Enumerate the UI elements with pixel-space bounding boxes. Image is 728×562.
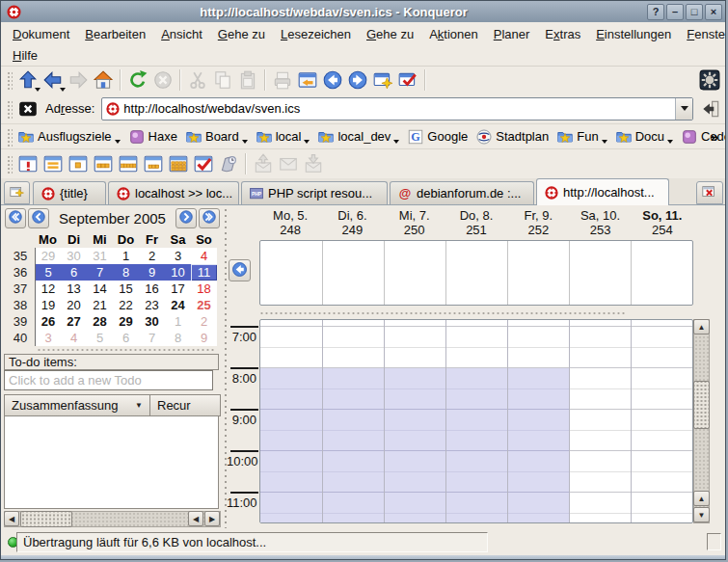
work-week-view-button[interactable] (92, 152, 115, 175)
close-button[interactable]: × (705, 4, 722, 20)
tab-http-localhost[interactable]: http://localhost... (536, 178, 669, 205)
scroll-up-button[interactable]: ▲ (693, 319, 710, 335)
event-list-view-button[interactable] (41, 152, 65, 175)
agenda-cell[interactable] (385, 348, 445, 369)
menu-gehe-zu[interactable]: Gehe zu (210, 25, 273, 43)
next-x-days-view-button[interactable] (142, 152, 165, 175)
date-cell[interactable]: 25 (191, 297, 217, 313)
menu-fenster[interactable]: Fenster (679, 25, 726, 43)
date-cell[interactable]: 26 (35, 313, 61, 330)
week-view-button[interactable] (117, 152, 140, 175)
bookmark-local-dev[interactable]: local_dev (315, 127, 401, 147)
agenda-cell[interactable] (632, 348, 692, 369)
date-cell[interactable]: 15 (113, 281, 139, 297)
agenda-cell[interactable] (323, 389, 384, 411)
tab-localhost-loc[interactable]: localhost >> loc... (108, 181, 239, 204)
all-day-cell[interactable] (260, 241, 322, 305)
agenda-cell[interactable] (508, 320, 569, 327)
agenda-cell[interactable] (385, 493, 445, 514)
month-view-button[interactable] (167, 152, 190, 175)
menu-bearbeiten[interactable]: Bearbeiten (77, 25, 153, 43)
date-cell[interactable]: 30 (61, 248, 87, 264)
bookmark-local[interactable]: local (254, 127, 312, 147)
agenda-cell[interactable] (323, 327, 384, 348)
agenda-cell[interactable] (446, 320, 507, 327)
address-input[interactable] (121, 101, 675, 116)
date-cell[interactable]: 12 (35, 281, 61, 297)
date-cell[interactable]: 1 (165, 313, 191, 330)
address-field[interactable] (101, 97, 693, 120)
agenda-cell[interactable] (323, 472, 384, 494)
menu-lesezeichen[interactable]: Lesezeichen (273, 25, 359, 43)
find-file-button[interactable] (296, 68, 319, 92)
titlebar[interactable]: http://localhost/webdav/sven.ics - Konqu… (1, 1, 725, 22)
day-header[interactable]: Di, 6.249 (321, 207, 383, 238)
agenda-cell[interactable] (570, 451, 631, 472)
menu-aktionen[interactable]: Aktionen (421, 25, 486, 43)
day-header[interactable]: Do, 8.251 (445, 207, 507, 238)
history-forward-button[interactable] (346, 68, 369, 92)
all-day-cell[interactable] (384, 241, 445, 305)
date-cell[interactable]: 5 (35, 264, 61, 281)
agenda-cell[interactable] (570, 410, 631, 431)
agenda-cell[interactable] (446, 389, 507, 411)
agenda-cell[interactable] (508, 410, 569, 431)
tab-php-script-resou[interactable]: PHPPHP script resou... (241, 181, 388, 204)
all-day-cell[interactable] (569, 241, 631, 305)
date-cell[interactable]: 17 (165, 281, 191, 297)
date-cell[interactable]: 16 (139, 281, 165, 297)
agenda-cell[interactable] (260, 320, 322, 327)
agenda-cell[interactable] (323, 368, 384, 389)
date-cell[interactable]: 29 (35, 248, 61, 264)
new-tab-button[interactable] (4, 181, 30, 204)
todo-column-summary[interactable]: Zusammenfassung ▼ (4, 394, 150, 416)
agenda-cell[interactable] (446, 514, 507, 524)
agenda-cell[interactable] (323, 431, 384, 452)
date-cell[interactable]: 4 (61, 330, 87, 346)
menu-ansicht[interactable]: Ansicht (153, 25, 210, 43)
home-button[interactable] (92, 68, 115, 92)
tab-title[interactable]: {title} (33, 181, 106, 204)
agenda-cell[interactable] (446, 493, 507, 514)
agenda-cell[interactable] (570, 389, 631, 411)
agenda-cell[interactable] (260, 327, 322, 348)
bookmarks-overflow-button[interactable]: » (711, 128, 723, 145)
agenda-cell[interactable] (508, 451, 569, 472)
new-window-button[interactable] (371, 68, 394, 92)
whats-next-view-button[interactable] (16, 152, 40, 175)
scroll-up-button[interactable]: ▲ (693, 491, 710, 506)
day-header[interactable]: Sa, 10.253 (569, 207, 631, 238)
agenda-cell[interactable] (323, 514, 384, 524)
date-cell[interactable]: 10 (165, 264, 191, 281)
statusbar-grip[interactable] (707, 533, 721, 550)
toolbar-handle[interactable] (6, 127, 13, 147)
agenda-cell[interactable] (323, 320, 384, 327)
date-cell[interactable]: 19 (35, 297, 61, 313)
agenda-cell[interactable] (570, 348, 631, 369)
bookmark-board[interactable]: Board (183, 127, 250, 147)
date-cell[interactable]: 30 (139, 313, 165, 330)
agenda-cell[interactable] (632, 431, 692, 452)
agenda-cell[interactable] (260, 348, 322, 369)
address-history-dropdown[interactable] (675, 98, 692, 120)
date-cell[interactable]: 9 (191, 330, 217, 346)
agenda-cell[interactable] (508, 493, 569, 514)
horizontal-splitter-handle[interactable] (259, 311, 626, 315)
date-cell[interactable]: 21 (87, 297, 113, 313)
clear-location-button[interactable] (16, 97, 40, 120)
reload-button[interactable] (126, 68, 149, 92)
agenda-cell[interactable] (260, 493, 322, 514)
date-cell[interactable]: 6 (113, 330, 139, 346)
date-cell[interactable]: 3 (35, 330, 61, 346)
agenda-cell[interactable] (570, 368, 631, 389)
toolbar-handle[interactable] (6, 99, 13, 119)
next-year-button[interactable] (199, 208, 220, 228)
back-button[interactable] (41, 68, 65, 92)
day-header[interactable]: Mo, 5.248 (259, 207, 321, 238)
go-button[interactable] (699, 97, 722, 120)
agenda-cell[interactable] (508, 327, 569, 348)
scrollbar-thumb[interactable] (693, 381, 710, 429)
horizontal-splitter-handle[interactable] (37, 348, 216, 352)
agenda-cell[interactable] (570, 472, 631, 494)
agenda-cell[interactable] (632, 327, 692, 348)
